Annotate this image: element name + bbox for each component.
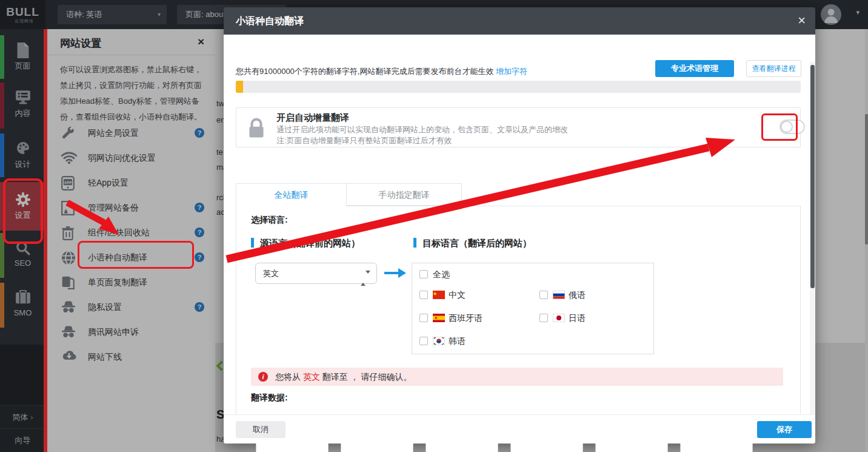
- confirm-alert: i 您将从 英文 翻译至 ， 请仔细确认。: [251, 368, 783, 386]
- choose-language-label: 选择语言:: [251, 215, 288, 226]
- translate-data-label: 翻译数据:: [251, 393, 288, 403]
- language-checkbox[interactable]: [419, 337, 428, 345]
- auto-translate-modal: 小语种自动翻译 × 您共有91000000个字符的翻译字符,网站翻译完成后需要发…: [224, 7, 815, 444]
- tab-manual-translate[interactable]: 手动指定翻译: [347, 183, 462, 206]
- language-label: 韩语: [449, 336, 466, 347]
- tab-full-site-translate[interactable]: 全站翻译: [236, 183, 347, 206]
- lock-icon: [247, 117, 265, 141]
- modal-title: 小语种自动翻译: [236, 15, 304, 28]
- arrow-right-icon: [384, 268, 406, 281]
- toggle-knob: [781, 121, 793, 133]
- close-icon[interactable]: ×: [798, 13, 806, 29]
- terminology-management-button[interactable]: 专业术语管理: [655, 60, 734, 77]
- target-language-header: 目标语言（翻译后的网站）: [413, 238, 532, 249]
- modal-scrollbar[interactable]: [810, 62, 815, 414]
- language-checkbox[interactable]: [419, 291, 428, 299]
- view-translation-progress-button[interactable]: 查看翻译进程: [746, 60, 801, 77]
- translation-progress-bar: [236, 81, 801, 93]
- full-site-translate-panel: 选择语言: 源语言（翻译前的网站） 目标语言（翻译后的网站） 英文: [236, 206, 801, 444]
- language-row-russian[interactable]: 俄语: [539, 290, 643, 301]
- modal-scrollbar-thumb[interactable]: [810, 65, 815, 288]
- language-checkbox[interactable]: [539, 291, 548, 299]
- alert-language: 英文: [303, 372, 320, 382]
- language-checkbox[interactable]: [419, 314, 428, 322]
- source-language-value: 英文: [263, 269, 279, 278]
- language-row-korean[interactable]: 韩语: [419, 336, 529, 347]
- screen: tw en te ma rch ac S ha BULL 云指网络 语种: 英语…: [0, 0, 868, 452]
- auto-increment-toggle[interactable]: [780, 120, 805, 134]
- modal-footer: 取消 保存: [224, 414, 815, 444]
- language-checkbox[interactable]: [539, 314, 548, 322]
- language-row-japanese[interactable]: 日语: [539, 313, 643, 324]
- flag-ru-icon: [553, 291, 565, 299]
- target-language-list: 全选 中文 俄语 西班牙语: [412, 263, 654, 354]
- confirm-alert-text: 您将从 英文 翻译至 ， 请仔细确认。: [275, 372, 412, 383]
- select-all-label: 全选: [433, 269, 450, 280]
- cancel-button[interactable]: 取消: [236, 421, 285, 438]
- character-quota-text: 您共有91000000个字符的翻译字符,网站翻译完成后需要发布前台才能生效 增加…: [236, 66, 527, 77]
- language-row-chinese[interactable]: 中文: [419, 290, 529, 301]
- source-language-select[interactable]: 英文: [255, 263, 377, 284]
- source-language-header: 源语言（翻译前的网站）: [251, 238, 360, 249]
- blue-bar: [413, 238, 416, 248]
- language-row-spanish[interactable]: 西班牙语: [419, 313, 529, 324]
- flag-cn-icon: [433, 291, 445, 299]
- auto-increment-section: 开启自动增量翻译 通过开启此项功能可以实现自动翻译网站上的变动，包含页面、文章以…: [236, 107, 801, 147]
- auto-increment-note: 注:页面自动增量翻译只有整站页面翻译过后才有效: [276, 135, 452, 146]
- add-characters-link[interactable]: 增加字符: [496, 67, 527, 76]
- select-all-checkbox[interactable]: [419, 270, 428, 278]
- language-label: 西班牙语: [449, 313, 482, 324]
- save-button[interactable]: 保存: [757, 421, 812, 438]
- flag-kr-icon: [433, 337, 445, 345]
- language-label: 日语: [569, 313, 586, 324]
- flag-es-icon: [433, 314, 445, 322]
- progress-bar-fill: [236, 81, 243, 93]
- language-label: 俄语: [569, 290, 586, 301]
- auto-increment-title: 开启自动增量翻译: [276, 112, 349, 124]
- info-icon: i: [258, 372, 268, 382]
- modal-header: 小语种自动翻译 ×: [224, 7, 815, 35]
- select-stepper-icon: [361, 268, 370, 288]
- language-label: 中文: [449, 290, 466, 301]
- select-all-row[interactable]: 全选: [419, 269, 529, 280]
- flag-jp-icon: [553, 314, 565, 322]
- blue-bar: [251, 238, 254, 248]
- modal-body: 您共有91000000个字符的翻译字符,网站翻译完成后需要发布前台才能生效 增加…: [224, 35, 815, 444]
- auto-increment-desc: 通过开启此项功能可以实现自动翻译网站上的变动，包含页面、文章以及产品的增改: [276, 124, 568, 135]
